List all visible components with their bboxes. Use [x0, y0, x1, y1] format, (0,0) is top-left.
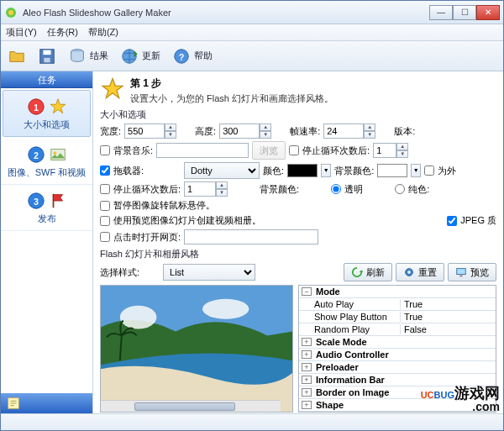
size-row: 宽度: ▲▼ 高度: ▲▼ 帧速率: ▲▼ 版本: [100, 124, 496, 139]
width-spinner[interactable]: ▲▼ [124, 124, 176, 139]
height-input[interactable] [219, 124, 260, 139]
refresh-button[interactable]: 刷新 [344, 263, 392, 281]
sidebar-item-media[interactable]: 2 图像、SWF 和视频 [1, 139, 92, 185]
toolbar-open-button[interactable] [8, 47, 26, 66]
size-section-label: 大小和选项 [100, 108, 496, 121]
height-spinner[interactable]: ▲▼ [219, 124, 271, 139]
prop-row[interactable]: Random PlayFalse [299, 323, 496, 336]
stoploop1-input[interactable] [373, 143, 396, 158]
stoploop1-spinner[interactable]: ▲▼ [373, 143, 408, 158]
menu-project[interactable]: 项目(Y) [6, 26, 37, 39]
scrollbar-thumb[interactable] [134, 402, 235, 411]
clickurl-input[interactable] [184, 229, 318, 244]
preview-scrollbar[interactable] [101, 400, 281, 412]
bgmusic-input[interactable] [156, 143, 249, 158]
expand-icon[interactable]: + [302, 350, 312, 359]
spin-up-icon[interactable]: ▲ [216, 181, 228, 189]
expand-icon[interactable]: + [302, 363, 312, 371]
usepreview-checkbox[interactable] [100, 216, 110, 226]
loader-checkbox[interactable] [100, 166, 110, 176]
gear-icon [403, 266, 415, 278]
color-label: 颜色: [263, 165, 284, 177]
stoploop2-label: 停止循环次数后: [113, 183, 181, 196]
minimize-button[interactable]: — [429, 5, 453, 20]
note-icon [6, 396, 21, 411]
clickurl-row: 点击时打开网页: [100, 229, 496, 244]
width-label: 宽度: [100, 125, 121, 138]
stoploop2-spinner[interactable]: ▲▼ [184, 181, 228, 197]
bgmusic-checkbox[interactable] [100, 145, 110, 155]
framerate-input[interactable] [323, 124, 364, 139]
clickurl-checkbox[interactable] [100, 232, 110, 242]
spin-up-icon[interactable]: ▲ [364, 124, 375, 131]
prop-row[interactable]: Show Play ButtonTrue [299, 311, 496, 323]
loader-label: 拖载器: [113, 165, 144, 177]
toolbar-save-button[interactable] [38, 47, 56, 66]
spin-down-icon[interactable]: ▼ [364, 131, 375, 139]
spin-up-icon[interactable]: ▲ [260, 124, 271, 131]
menu-help[interactable]: 帮助(Z) [88, 26, 118, 39]
toolbar: 结果 更新 ?帮助 [1, 41, 503, 71]
bgcolor2-label: 背景颜色: [260, 183, 299, 196]
color-swatch-black[interactable] [287, 164, 318, 177]
color-swatch-white[interactable] [377, 164, 407, 177]
style-row: 选择样式: List 刷新 重置 预览 [100, 263, 496, 281]
database-icon [68, 47, 87, 66]
prop-category[interactable]: +Scale Mode [299, 336, 496, 349]
step-description: 设置大小，为您的 Flash 幻灯片和画廊选择风格。 [130, 92, 333, 105]
spin-up-icon[interactable]: ▲ [396, 143, 408, 150]
menu-tasks[interactable]: 任务(R) [47, 26, 78, 39]
prop-category[interactable]: +Preloader [299, 361, 496, 374]
monitor-icon [455, 266, 467, 278]
sidebar-item-label: 图像、SWF 和视频 [4, 166, 89, 179]
browse-button[interactable]: 浏览 [252, 141, 286, 160]
transparent-radio[interactable] [331, 184, 341, 194]
stoploop2-input[interactable] [184, 181, 216, 197]
prop-category[interactable]: −Mode [299, 286, 496, 298]
sidebar-item-size-options[interactable]: 1 大小和选项 [3, 90, 91, 137]
framerate-spinner[interactable]: ▲▼ [323, 124, 375, 139]
prop-category[interactable]: +Audio Controller [299, 349, 496, 361]
preview-button[interactable]: 预览 [448, 263, 496, 281]
sidebar-item-label: 大小和选项 [7, 118, 87, 131]
svg-rect-3 [43, 50, 50, 54]
toolbar-help-button[interactable]: ?帮助 [172, 47, 213, 66]
expand-icon[interactable]: + [302, 388, 312, 397]
svg-text:3: 3 [34, 197, 39, 207]
expand-icon[interactable]: + [302, 401, 312, 409]
close-button[interactable]: ✕ [476, 5, 500, 20]
expand-icon[interactable]: + [302, 376, 312, 384]
solid-radio[interactable] [395, 184, 405, 194]
spin-down-icon[interactable]: ▼ [216, 189, 228, 197]
prop-row[interactable]: Auto PlayTrue [299, 298, 496, 311]
loader-row: 拖载器: Dotty 颜色: ▼ 背景颜色: ▼ 为外 [100, 162, 496, 179]
star-large-icon [100, 76, 125, 102]
dropdown-icon[interactable]: ▼ [321, 164, 331, 177]
expand-icon[interactable]: − [302, 287, 312, 296]
svg-point-1 [8, 10, 13, 15]
maximize-button[interactable]: ☐ [453, 5, 476, 20]
stoploop1-checkbox[interactable] [289, 145, 299, 155]
spin-down-icon[interactable]: ▼ [396, 150, 408, 158]
spin-up-icon[interactable]: ▲ [165, 124, 176, 131]
app-icon [4, 6, 18, 19]
pause-checkbox[interactable] [100, 201, 110, 211]
spin-down-icon[interactable]: ▼ [165, 131, 176, 139]
reset-button[interactable]: 重置 [396, 263, 444, 281]
sidebar-item-publish[interactable]: 3 发布 [1, 185, 92, 231]
sidebar: 任务 1 大小和选项 2 图像、SWF 和视频 3 发布 [1, 71, 93, 413]
spin-down-icon[interactable]: ▼ [260, 131, 271, 139]
bgmusic-label: 背景音乐: [113, 145, 153, 157]
toolbar-results-button[interactable]: 结果 [68, 47, 108, 66]
stoploop2-checkbox[interactable] [100, 184, 110, 194]
width-input[interactable] [124, 124, 165, 139]
stoploop1-label: 停止循环次数后: [302, 145, 370, 157]
loader-select[interactable]: Dotty [184, 162, 260, 179]
style-select[interactable]: List [163, 264, 255, 281]
toolbar-update-button[interactable]: 更新 [120, 47, 160, 66]
gallery-preview[interactable] [100, 285, 293, 413]
outside-checkbox[interactable] [424, 166, 434, 176]
jpeg-checkbox[interactable] [447, 216, 457, 226]
dropdown-icon[interactable]: ▼ [411, 164, 421, 177]
expand-icon[interactable]: + [302, 338, 312, 346]
